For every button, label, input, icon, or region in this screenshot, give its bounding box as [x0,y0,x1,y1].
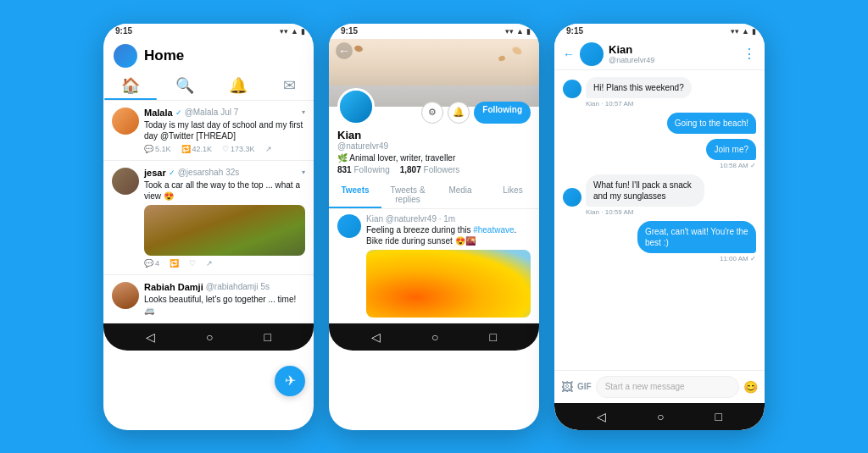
msg-time-4: 11:00 AM ✓ [720,255,756,262]
gif-icon[interactable]: GIF [577,382,592,391]
tweet-header-3: Rabiah Damji @rabiahdamji 5s [144,282,305,292]
tweet-post-avatar [337,214,361,238]
phone-home: 9:15 ▾▾ ▲ ▮ Home 🏠 🔍 🔔 ✉ [103,24,314,430]
message-item: Join me? 10:58 AM ✓ [563,139,756,169]
bottom-nav-2: ◁ ○ □ [329,323,539,351]
back-button-profile[interactable]: ← [336,42,353,59]
signal-icon: ▾▾ [280,27,288,36]
tweet-time-2: 32s [225,168,239,177]
status-bar-2: 9:15 ▾▾ ▲ ▮ [329,24,539,39]
image-icon[interactable]: 🖼 [561,380,573,394]
tweet-post-image-content [366,250,531,318]
message-item: Hi! Plans this weekend? Kian · 10:57 AM [563,77,756,108]
verified-badge-2: ✓ [169,168,175,177]
chat-name: Kian [609,43,737,56]
msg-row-received-1: Hi! Plans this weekend? [563,77,692,98]
tab-mail[interactable]: ✉ [266,73,313,100]
phones-container: 9:15 ▾▾ ▲ ▮ Home 🏠 🔍 🔔 ✉ [103,24,765,430]
chevron-down-icon: ▾ [302,108,305,116]
tweet-actions-1: 💬 5.1K 🔁 42.1K ♡ 173.3K ↗ [144,145,305,153]
battery-icon-2: ▮ [526,27,531,36]
tweet-item: Rabiah Damji @rabiahdamji 5s Looks beaut… [103,275,314,323]
chat-avatar [580,42,604,66]
tweet-text-1: Today is my last day of school and my fi… [144,119,305,141]
back-button-msg[interactable]: ← [563,47,575,61]
message-input-placeholder: Start a new message [605,382,685,391]
tab-notifications[interactable]: 🔔 [212,73,264,100]
reply-action[interactable]: 💬 5.1K [144,145,171,153]
profile-tabs: Tweets Tweets & replies Media Likes [329,181,539,209]
profile-name: Kian [337,129,531,141]
status-bar-3: 9:15 ▾▾ ▲ ▮ [554,24,765,39]
tweet-image-content [144,205,305,256]
settings-button[interactable]: ⚙ [421,102,443,124]
home-button-2[interactable]: ○ [431,330,438,344]
msg-time-3: Kian · 10:59 AM [586,208,633,216]
reply-count[interactable]: 💬 4 [144,259,159,268]
tweet-post-text: Feeling a breeze during this #heatwave. … [366,224,531,246]
back-button-1[interactable]: ◁ [146,330,155,344]
like-count[interactable]: ♡ [189,259,196,268]
message-input-bar: 🖼 GIF Start a new message 😊 [554,370,765,403]
battery-icon: ▮ [301,27,305,36]
retweet-count[interactable]: 🔁 [170,259,179,268]
bottom-nav-1: ◁ ○ □ [103,323,314,351]
tweet-avatar-1 [112,108,139,135]
home-button-3[interactable]: ○ [657,410,664,423]
tab-search[interactable]: 🔍 [159,73,211,100]
home-button-1[interactable]: ○ [206,330,213,344]
like-action[interactable]: ♡ 173.3K [222,145,255,153]
status-icons-2: ▾▾ ▲ ▮ [505,27,531,36]
tab-home[interactable]: 🏠 [104,73,157,100]
tab-tweets[interactable]: Tweets [329,181,381,208]
msg-time-2: 10:58 AM ✓ [720,162,756,169]
tab-tweets-replies[interactable]: Tweets & replies [381,181,434,208]
msg-row-received-2: What fun! I'll pack a snack and my sungl… [563,174,704,207]
more-options-icon[interactable]: ⋮ [743,46,756,62]
tweet-name-3: Rabiah Damji [144,282,203,292]
tweet-handle-1: @Malala [185,108,219,117]
msg-time-1: Kian · 10:57 AM [586,100,633,108]
message-input[interactable]: Start a new message [596,376,739,398]
tweet-post-body: Kian @naturelvr49 · 1m Feeling a breeze … [366,214,531,318]
share-action[interactable]: ↗ [265,145,272,153]
tweet-text-2: Took a car all the way to the top ... wh… [144,180,305,202]
profile-bio: 🌿 Animal lover, writer, traveller [337,153,531,163]
follow-button[interactable]: Following [474,102,531,124]
notification-button[interactable]: 🔔 [448,102,470,124]
message-item: Great, can't wait! You're the best :) 11… [563,221,756,262]
tweet-feed: Malala ✓ @Malala Jul 7 ▾ Today is my las… [103,101,314,323]
chat-handle: @naturelvr49 [609,56,737,64]
phone-profile: 9:15 ▾▾ ▲ ▮ ← [329,24,539,430]
emoji-icon[interactable]: 😊 [743,380,758,394]
back-button-3[interactable]: ◁ [597,410,606,423]
tweet-header-1: Malala ✓ @Malala Jul 7 ▾ [144,108,305,118]
wifi-icon: ▲ [291,27,298,36]
retweet-action[interactable]: 🔁 42.1K [181,145,213,153]
messages-area: Hi! Plans this weekend? Kian · 10:57 AM … [554,70,765,370]
tweet-post-header: Kian @naturelvr49 · 1m [366,214,531,224]
sender-avatar-2 [563,188,581,207]
tweet-avatar-3 [112,282,139,309]
tab-likes[interactable]: Likes [487,181,539,208]
message-item: What fun! I'll pack a snack and my sungl… [563,174,756,216]
tab-media[interactable]: Media [434,181,487,208]
recents-button-1[interactable]: □ [264,330,271,344]
tweet-name-1: Malala [144,108,173,118]
followers-count: 1,807 Followers [400,165,460,174]
back-button-2[interactable]: ◁ [371,330,381,344]
recents-button-2[interactable]: □ [490,330,497,344]
compose-button[interactable]: ✈ [275,366,305,396]
sender-avatar-1 [563,80,581,98]
recents-button-3[interactable]: □ [715,410,722,423]
share-count[interactable]: ↗ [206,259,213,268]
tweet-actions-2: 💬 4 🔁 ♡ ↗ [144,259,305,268]
time-1: 9:15 [112,26,132,36]
tweet-header-2: jesar ✓ @jesarshah 32s ▾ [144,168,305,178]
status-bar-1: 9:15 ▾▾ ▲ ▮ [103,24,314,39]
tweet-time-3: 5s [261,282,270,291]
page-title: Home [144,47,184,64]
time-3: 9:15 [563,26,583,36]
following-count: 831 Following [337,165,390,174]
tweet-content-2: jesar ✓ @jesarshah 32s ▾ Took a car all … [144,168,305,268]
